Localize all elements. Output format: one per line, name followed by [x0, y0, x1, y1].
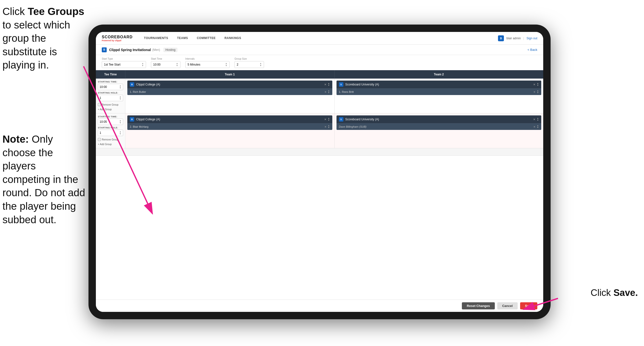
team-sort-1-1[interactable]: ▲▼ — [328, 82, 330, 86]
player-name-2-2-1: Dave Billingham (SUB) — [339, 125, 534, 128]
team-card-2-2[interactable]: S Scoreboard University (A) ✕ ▲▼ Dave Bi… — [336, 115, 542, 130]
team-x-1-1[interactable]: ✕ — [324, 83, 326, 86]
remove-icon-1: − — [98, 103, 101, 106]
start-time-input[interactable]: 10:00 ▲▼ — [151, 61, 180, 68]
team-badge-1-1: B — [130, 82, 134, 87]
remove-group-2[interactable]: − Remove Group — [98, 137, 123, 141]
nav-committee[interactable]: COMMITTEE — [192, 32, 220, 45]
team-actions-2-1: ✕ ▲▼ — [324, 117, 330, 121]
start-time-arrows[interactable]: ▲▼ — [176, 62, 178, 67]
tee-group-row-2: STARTING TIME: 10:05 ▲▼ STARTING HOLE: 1… — [96, 113, 543, 148]
team-badge-1-2: S — [339, 82, 344, 87]
intervals-input[interactable]: 5 Minutes ▲▼ — [185, 61, 230, 68]
player-name-1-2-1: 1. Rees Britt — [339, 90, 534, 93]
tablet-screen: SCOREBOARD Powered by clippd TOURNAMENTS… — [96, 32, 543, 312]
team-card-1-2[interactable]: S Scoreboard University (A) ✕ ▲▼ 1. Rees… — [336, 80, 542, 95]
player-actions-1-2-1: ✕ ▲▼ — [534, 90, 539, 94]
start-type-arrows[interactable]: ▲▼ — [142, 62, 144, 67]
player-x-2-1-1[interactable]: ✕ — [324, 125, 326, 128]
start-type-group: Start Type 1st Tee Start ▲▼ — [102, 57, 146, 68]
team-sort-2-1[interactable]: ▲▼ — [328, 117, 330, 121]
starting-time-label-2: STARTING TIME: — [98, 115, 123, 118]
tournament-title: Clippd Spring Invitational — [109, 48, 151, 52]
add-group-2[interactable]: + Add Group — [98, 142, 123, 146]
back-button[interactable]: < Back — [528, 48, 537, 51]
player-x-1-1-1[interactable]: ✕ — [324, 91, 326, 93]
nav-teams[interactable]: TEAMS — [172, 32, 192, 45]
starting-time-input-2[interactable]: 10:05 ▲▼ — [98, 119, 123, 125]
navbar: SCOREBOARD Powered by clippd TOURNAMENTS… — [96, 32, 543, 45]
group-1-sidebar: STARTING TIME: 10:00 ▲▼ STARTING HOLE: 1… — [96, 79, 125, 113]
starting-hole-label-2: STARTING HOLE: — [98, 126, 123, 129]
team-sort-1-2[interactable]: ▲▼ — [537, 82, 539, 86]
team2-header: Team 2 — [334, 70, 544, 79]
nav-tournaments[interactable]: TOURNAMENTS — [140, 32, 173, 45]
player-name-1-1-1: 1. Rich Butler — [130, 90, 324, 93]
player-sort-2-1-1[interactable]: ▲▼ — [328, 125, 330, 129]
footer-bar: Reset Changes Cancel Save — [96, 300, 543, 312]
time-arrows-2[interactable]: ▲▼ — [119, 120, 122, 124]
logo-area: SCOREBOARD Powered by clippd — [102, 35, 133, 42]
team-actions-2-2: ✕ ▲▼ — [533, 117, 539, 121]
player-row-1-2-1: 1. Rees Britt ✕ ▲▼ — [336, 88, 542, 95]
group-size-input[interactable]: 2 ▲▼ — [234, 61, 264, 68]
tablet-device: SCOREBOARD Powered by clippd TOURNAMENTS… — [88, 24, 550, 319]
save-button[interactable]: Save — [520, 302, 537, 310]
team-name-1-1: Clippd College (A) — [136, 83, 324, 86]
start-type-label: Start Type — [102, 57, 146, 60]
starting-hole-label-1: STARTING HOLE: — [98, 92, 123, 94]
player-x-1-2-1[interactable]: ✕ — [534, 91, 535, 93]
team-card-header-2-1: B Clippd College (A) ✕ ▲▼ — [127, 115, 332, 123]
team-sort-2-2[interactable]: ▲▼ — [537, 117, 539, 121]
time-arrows-1[interactable]: ▲▼ — [119, 85, 122, 89]
hole-arrows-2[interactable]: ▲▼ — [119, 131, 122, 135]
team-card-2-1[interactable]: B Clippd College (A) ✕ ▲▼ 2. Blair McHar… — [127, 115, 332, 130]
player-x-2-2-1[interactable]: ✕ — [534, 125, 535, 128]
reset-button[interactable]: Reset Changes — [462, 302, 495, 310]
note-text: Note: Only choose the players competing … — [2, 133, 86, 226]
group-size-group: Group Size 2 ▲▼ — [234, 57, 264, 68]
player-sort-2-2-1[interactable]: ▲▼ — [537, 125, 539, 129]
sub-header: B Clippd Spring Invitational (Men) Hosti… — [96, 45, 543, 55]
instruction-text: Click Tee Groups to select which group t… — [2, 5, 86, 72]
team-card-header-2-2: S Scoreboard University (A) ✕ ▲▼ — [336, 115, 542, 123]
intervals-arrows[interactable]: ▲▼ — [225, 62, 227, 67]
team-card-header-1-1: B Clippd College (A) ✕ ▲▼ — [127, 80, 332, 88]
team-name-1-2: Scoreboard University (A) — [345, 83, 534, 86]
starting-hole-input-1[interactable]: 1 ▲▼ — [98, 95, 123, 101]
team-x-1-2[interactable]: ✕ — [533, 83, 535, 86]
team-name-2-2: Scoreboard University (A) — [345, 118, 534, 121]
player-sort-1-2-1[interactable]: ▲▼ — [537, 90, 539, 94]
logo-powered: Powered by clippd — [102, 39, 133, 42]
player-actions-2-2-1: ✕ ▲▼ — [534, 125, 539, 129]
player-row-2-2-1: Dave Billingham (SUB) ✕ ▲▼ — [336, 123, 542, 130]
add-group-1[interactable]: + Add Group — [98, 108, 123, 111]
starting-time-label-1: STARTING TIME: — [98, 80, 123, 83]
team-card-1-1[interactable]: B Clippd College (A) ✕ ▲▼ 1. Rich Butler — [127, 80, 332, 95]
start-type-input[interactable]: 1st Tee Start ▲▼ — [102, 61, 146, 68]
cancel-button[interactable]: Cancel — [497, 302, 518, 310]
tee-group-row-1: STARTING TIME: 10:00 ▲▼ STARTING HOLE: 1… — [96, 79, 543, 113]
starting-hole-input-2[interactable]: 1 ▲▼ — [98, 130, 123, 136]
player-row-1-1-1: 1. Rich Butler ✕ ▲▼ — [127, 88, 332, 95]
remove-group-1[interactable]: − Remove Group — [98, 103, 123, 107]
team-x-2-1[interactable]: ✕ — [324, 118, 326, 121]
main-scroll-area: STARTING TIME: 10:00 ▲▼ STARTING HOLE: 1… — [96, 79, 543, 300]
player-name-2-1-1: 2. Blair McHarg — [130, 125, 324, 128]
group-2-sidebar: STARTING TIME: 10:05 ▲▼ STARTING HOLE: 1… — [96, 113, 125, 148]
click-save-label: Click Save. — [591, 288, 638, 298]
team-badge-2-1: B — [130, 117, 134, 122]
nav-right: B blair admin | Sign out — [498, 35, 537, 41]
nav-rankings[interactable]: RANKINGS — [220, 32, 246, 45]
player-actions-2-1-1: ✕ ▲▼ — [324, 125, 330, 129]
group-size-arrows[interactable]: ▲▼ — [260, 62, 262, 67]
hole-arrows-1[interactable]: ▲▼ — [119, 96, 122, 100]
remove-icon-2: − — [98, 138, 101, 141]
team-x-2-2[interactable]: ✕ — [533, 118, 535, 121]
user-avatar: B — [498, 35, 504, 41]
sign-out-link[interactable]: Sign out — [526, 36, 537, 40]
user-name: blair admin — [506, 36, 521, 40]
group-1-team1: B Clippd College (A) ✕ ▲▼ 1. Rich Butler — [125, 79, 334, 113]
player-sort-1-1-1[interactable]: ▲▼ — [328, 90, 330, 94]
starting-time-input-1[interactable]: 10:00 ▲▼ — [98, 84, 123, 90]
